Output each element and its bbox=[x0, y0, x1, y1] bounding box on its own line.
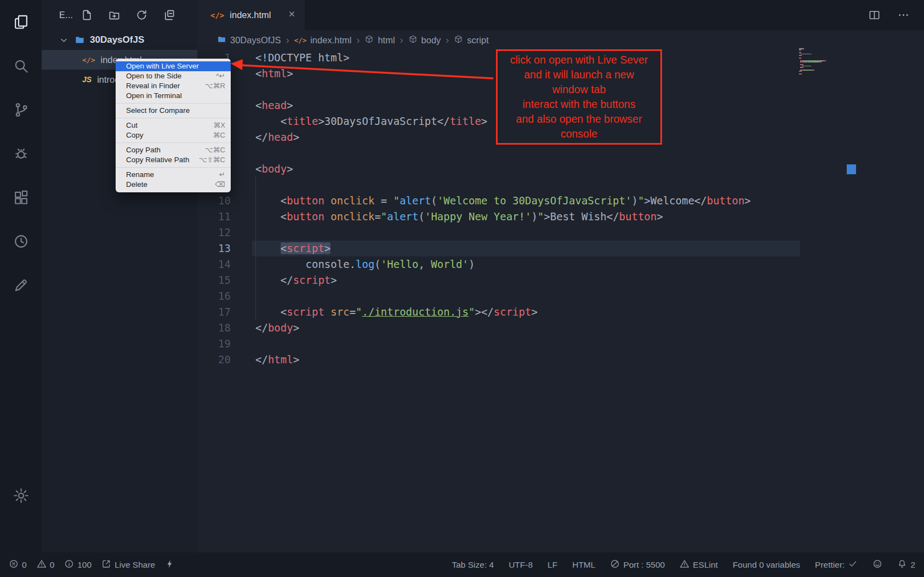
menu-item-delete[interactable]: Delete⌫ bbox=[116, 180, 231, 190]
code-line-10[interactable]: 10 <button onclick = "alert('Welcome to … bbox=[197, 193, 924, 209]
activity-history-icon[interactable] bbox=[0, 219, 42, 263]
status-tab-size-4[interactable]: Tab Size: 4 bbox=[452, 560, 494, 570]
activity-search-icon[interactable] bbox=[0, 44, 42, 88]
chevron-down-icon bbox=[59, 35, 69, 45]
menu-item-open-in-terminal[interactable]: Open in Terminal bbox=[116, 91, 231, 101]
breadcrumb-item-index-html[interactable]: </>index.html bbox=[294, 35, 352, 45]
flash-icon bbox=[165, 559, 175, 571]
status-utf-8[interactable]: UTF-8 bbox=[509, 560, 533, 570]
code-text: </html> bbox=[231, 352, 299, 368]
code-line-19[interactable]: 19 bbox=[197, 336, 924, 352]
status-lf[interactable]: LF bbox=[547, 560, 557, 570]
line-number: 13 bbox=[197, 241, 231, 256]
activity-explorer-icon[interactable] bbox=[0, 0, 42, 44]
code-line-8[interactable]: 8<body> bbox=[197, 161, 924, 177]
check-icon bbox=[848, 559, 858, 571]
breadcrumb-item-script[interactable]: script bbox=[454, 35, 488, 46]
code-token: " bbox=[393, 195, 400, 207]
collapse-all-icon[interactable] bbox=[163, 9, 175, 21]
code-text: <body> bbox=[231, 161, 293, 177]
code-token: onclick bbox=[330, 210, 374, 222]
code-token: html bbox=[268, 353, 293, 365]
menu-item-open-with-live-server[interactable]: Open with Live Server bbox=[116, 61, 231, 71]
activity-debug-icon[interactable] bbox=[0, 132, 42, 175]
code-line-12[interactable]: 12 bbox=[197, 225, 924, 241]
code-token: 'Welcome to 30DaysOfJavaScript' bbox=[437, 195, 632, 207]
status-smiley[interactable] bbox=[872, 559, 882, 571]
line-number: 10 bbox=[197, 193, 231, 209]
status-100[interactable]: 100 bbox=[64, 559, 92, 571]
new-folder-icon[interactable] bbox=[108, 9, 121, 21]
code-line-14[interactable]: 14 console.log('Hello, World') bbox=[197, 256, 924, 272]
annotation-box: click on open with Live Severand it will… bbox=[496, 49, 662, 145]
code-token: src bbox=[330, 306, 349, 318]
code-token bbox=[324, 195, 330, 207]
code-token: ) bbox=[469, 258, 475, 270]
status-live-share[interactable]: Live Share bbox=[101, 559, 155, 571]
minimap[interactable] bbox=[799, 48, 846, 75]
warning-icon bbox=[680, 559, 689, 571]
status-label: ESLint bbox=[693, 560, 718, 570]
status-bar: 00100Live Share Tab Size: 4UTF-8LFHTMLPo… bbox=[0, 552, 924, 577]
menu-item-cut[interactable]: Cut⌘X bbox=[116, 121, 231, 130]
tab-index-html[interactable]: </> index.html bbox=[197, 0, 305, 30]
code-token: < bbox=[255, 67, 261, 79]
code-text: <script src="./introduction.js"></script… bbox=[231, 304, 538, 320]
code-token: " bbox=[381, 210, 387, 222]
line-number: 15 bbox=[197, 272, 231, 288]
menu-item-select-for-compare[interactable]: Select for Compare bbox=[116, 106, 231, 116]
menu-item-label: Copy bbox=[126, 130, 144, 140]
line-number: 14 bbox=[197, 256, 231, 272]
annotation-text-line: and also open the browser bbox=[499, 112, 659, 127]
code-text bbox=[231, 225, 255, 241]
code-line-11[interactable]: 11 <button onclick="alert('Happy New Yea… bbox=[197, 209, 924, 225]
menu-item-shortcut: ^↵ bbox=[216, 71, 225, 81]
more-actions-icon[interactable] bbox=[897, 9, 910, 21]
status-0[interactable]: 0 bbox=[9, 559, 27, 571]
menu-item-rename[interactable]: Rename↵ bbox=[116, 170, 231, 180]
status-bar-left: 00100Live Share bbox=[9, 559, 175, 571]
menu-item-reveal-in-finder[interactable]: Reveal in Finder⌥⌘R bbox=[116, 81, 231, 91]
code-line-20[interactable]: 20</html> bbox=[197, 352, 924, 368]
menu-item-copy-relative-path[interactable]: Copy Relative Path⌥⇧⌘C bbox=[116, 155, 231, 165]
menu-item-open-to-the-side[interactable]: Open to the Side^↵ bbox=[116, 71, 231, 81]
minimap-line bbox=[799, 64, 846, 65]
code-line-18[interactable]: 18</body> bbox=[197, 320, 924, 336]
status-found-0-variables[interactable]: Found 0 variables bbox=[733, 560, 800, 570]
breadcrumb-item-30daysofjs[interactable]: 30DaysOfJS bbox=[217, 35, 281, 46]
code-token: < bbox=[255, 163, 261, 175]
code-line-15[interactable]: 15 </script> bbox=[197, 272, 924, 288]
minimap-line bbox=[799, 66, 846, 67]
tree-folder-30daysofjs[interactable]: 30DaysOfJS bbox=[42, 30, 197, 50]
status-flash[interactable] bbox=[165, 559, 175, 571]
activity-settings-icon[interactable] bbox=[0, 482, 42, 509]
status-prettier[interactable]: Prettier: bbox=[815, 559, 858, 571]
error-icon bbox=[9, 559, 19, 571]
code-line-17[interactable]: 17 <script src="./introduction.js"></scr… bbox=[197, 304, 924, 320]
new-file-icon[interactable] bbox=[81, 9, 93, 21]
split-editor-icon[interactable] bbox=[868, 9, 881, 21]
status-0[interactable]: 0 bbox=[37, 559, 55, 571]
code-line-13[interactable]: 13 <script> bbox=[197, 241, 924, 256]
close-icon[interactable] bbox=[288, 10, 296, 20]
status-port-5500[interactable]: Port : 5500 bbox=[610, 559, 665, 571]
status-2[interactable]: 2 bbox=[897, 559, 915, 571]
code-line-16[interactable]: 16 bbox=[197, 288, 924, 304]
activity-source-control-icon[interactable] bbox=[0, 88, 42, 132]
menu-item-label: Copy Path bbox=[126, 145, 161, 155]
code-line-9[interactable]: 9 bbox=[197, 177, 924, 193]
activity-feedback-icon[interactable] bbox=[0, 263, 42, 307]
menu-item-copy-path[interactable]: Copy Path⌥⌘C bbox=[116, 145, 231, 155]
breadcrumb-item-html[interactable]: html bbox=[364, 35, 395, 46]
status-eslint[interactable]: ESLint bbox=[680, 559, 718, 571]
minimap-line bbox=[799, 49, 846, 50]
code-line-7[interactable]: 7 bbox=[197, 145, 924, 161]
activity-extensions-icon[interactable] bbox=[0, 175, 42, 219]
code-token: ( bbox=[431, 195, 437, 207]
menu-item-label: Open with Live Server bbox=[126, 61, 199, 71]
refresh-icon[interactable] bbox=[135, 9, 148, 21]
bell-icon bbox=[897, 559, 907, 571]
status-html[interactable]: HTML bbox=[572, 560, 595, 570]
breadcrumb-item-body[interactable]: body bbox=[408, 35, 441, 46]
menu-item-copy[interactable]: Copy⌘C bbox=[116, 130, 231, 140]
